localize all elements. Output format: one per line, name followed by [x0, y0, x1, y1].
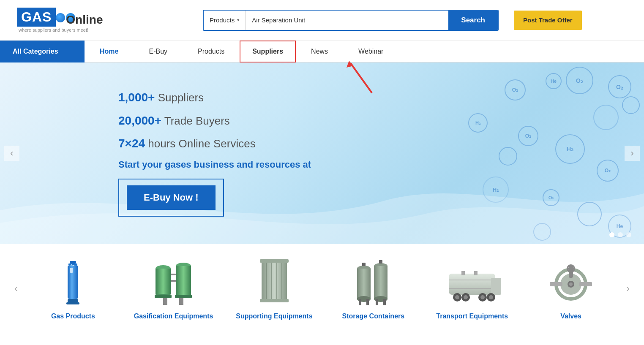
slider-dots — [609, 232, 631, 237]
svg-rect-20 — [155, 295, 172, 298]
svg-rect-38 — [362, 263, 366, 266]
post-trade-button[interactable]: Post Trade Offer — [514, 11, 582, 30]
transport-equipments-icon — [440, 257, 504, 307]
globe-icon — [56, 13, 65, 22]
svg-rect-22 — [163, 298, 167, 305]
categories-prev-button[interactable]: ‹ — [8, 253, 24, 324]
svg-rect-57 — [461, 271, 465, 275]
hero-stat-suppliers: 1,000+ Suppliers — [118, 90, 311, 105]
valves-icon — [548, 257, 594, 307]
slider-dot-1[interactable] — [609, 232, 614, 237]
svg-rect-2 — [70, 261, 76, 264]
category-transport-equipments[interactable]: Transport Equipments — [434, 257, 510, 320]
nav-item-products[interactable]: Products — [183, 41, 240, 62]
svg-rect-40 — [359, 299, 361, 305]
svg-rect-33 — [357, 269, 371, 299]
slider-prev-button[interactable]: ‹ — [4, 146, 19, 161]
svg-rect-30 — [260, 259, 289, 263]
category-gasification-label: Gasification Equipments — [134, 312, 213, 320]
nav-item-home[interactable]: Home — [85, 41, 134, 62]
category-valves-label: Valves — [560, 312, 581, 320]
svg-rect-25 — [262, 261, 287, 299]
logo: GAS Online where suppliers and buyers me… — [17, 8, 110, 33]
categories-section: ‹ O₂ — [0, 244, 644, 333]
nav-item-news[interactable]: News — [296, 41, 343, 62]
svg-text:O₂: O₂ — [71, 264, 74, 266]
svg-rect-42 — [376, 299, 378, 305]
svg-rect-36 — [374, 266, 387, 299]
category-storage-containers[interactable]: Storage Containers — [335, 257, 411, 320]
category-items: O₂ Gas Products — [24, 253, 620, 324]
svg-rect-63 — [579, 282, 592, 286]
svg-rect-18 — [171, 274, 176, 275]
header: GAS Online where suppliers and buyers me… — [0, 0, 644, 41]
logo-tagline: where suppliers and buyers meet! — [19, 27, 110, 33]
storage-containers-icon — [352, 257, 394, 307]
svg-rect-8 — [68, 299, 78, 302]
svg-point-54 — [480, 295, 485, 299]
hero-cta-wrapper: E-Buy Now ! — [118, 179, 224, 217]
svg-point-56 — [489, 295, 493, 299]
search-bar: Products ▾ Search — [203, 10, 499, 31]
main-nav: All Categories Home E-Buy Products Suppl… — [0, 41, 644, 62]
svg-rect-43 — [383, 299, 386, 305]
category-gas-products-label: Gas Products — [51, 312, 95, 320]
search-category-label: Products — [210, 16, 235, 24]
nav-item-ebuy[interactable]: E-Buy — [134, 41, 183, 62]
svg-rect-17 — [176, 266, 191, 295]
svg-rect-6 — [70, 268, 73, 273]
nav-item-suppliers[interactable]: Suppliers — [240, 41, 296, 62]
category-supporting-label: Supporting Equipments — [236, 312, 312, 320]
logo-online: Online — [56, 11, 76, 24]
gas-products-icon: O₂ — [61, 257, 85, 307]
svg-rect-31 — [260, 299, 289, 302]
svg-point-52 — [464, 295, 468, 299]
svg-rect-58 — [474, 271, 478, 275]
category-gasification-equipments[interactable]: Gasification Equipments — [134, 257, 213, 320]
molecules-decoration: O₂ He O₂ O₂ O₂ H₂ O₂ O₂ H₂ H₂ He — [433, 62, 644, 244]
logo-gas: GAS — [17, 8, 56, 27]
categories-next-button[interactable]: › — [620, 253, 636, 324]
nav-item-webinar[interactable]: Webinar — [343, 41, 398, 62]
hero-stat-hours: 7×24 hours Online Services — [118, 136, 311, 151]
supporting-equipments-icon — [257, 257, 291, 307]
svg-rect-45 — [449, 274, 495, 295]
svg-rect-9 — [66, 302, 79, 304]
search-category-dropdown[interactable]: Products ▾ — [204, 11, 246, 30]
category-valves[interactable]: Valves — [533, 257, 609, 320]
svg-rect-13 — [156, 269, 171, 294]
chevron-down-icon: ▾ — [237, 17, 240, 23]
slider-dot-2[interactable] — [618, 232, 623, 237]
svg-rect-48 — [491, 278, 501, 295]
all-categories-button[interactable]: All Categories — [0, 41, 85, 62]
category-gas-products[interactable]: O₂ Gas Products — [35, 257, 111, 320]
category-storage-label: Storage Containers — [342, 312, 405, 320]
svg-rect-41 — [366, 299, 369, 305]
svg-rect-23 — [179, 298, 183, 305]
svg-rect-5 — [68, 265, 78, 299]
ebuy-now-button[interactable]: E-Buy Now ! — [127, 185, 216, 210]
svg-rect-21 — [175, 295, 192, 298]
svg-point-65 — [569, 283, 573, 286]
hero-stat-buyers: 20,000+ Trade Buyers — [118, 113, 311, 128]
hero-content: 1,000+ Suppliers 20,000+ Trade Buyers 7×… — [0, 90, 311, 216]
category-transport-label: Transport Equipments — [436, 312, 508, 320]
hero-banner: O₂ He O₂ O₂ O₂ H₂ O₂ O₂ H₂ H₂ He 1,000+ … — [0, 62, 644, 244]
slider-next-button[interactable]: › — [625, 146, 640, 161]
hero-tagline: Start your gases business and resources … — [118, 159, 311, 170]
nav-items: Home E-Buy Products Suppliers News Webin… — [85, 41, 398, 62]
svg-rect-62 — [550, 282, 562, 286]
category-supporting-equipments[interactable]: Supporting Equipments — [236, 257, 312, 320]
gasification-equipments-icon — [150, 257, 197, 307]
slider-dot-3[interactable] — [626, 232, 631, 237]
search-input[interactable] — [246, 11, 448, 30]
search-button[interactable]: Search — [448, 11, 498, 30]
svg-point-50 — [455, 295, 459, 299]
svg-rect-39 — [379, 260, 382, 264]
svg-rect-19 — [171, 280, 176, 282]
